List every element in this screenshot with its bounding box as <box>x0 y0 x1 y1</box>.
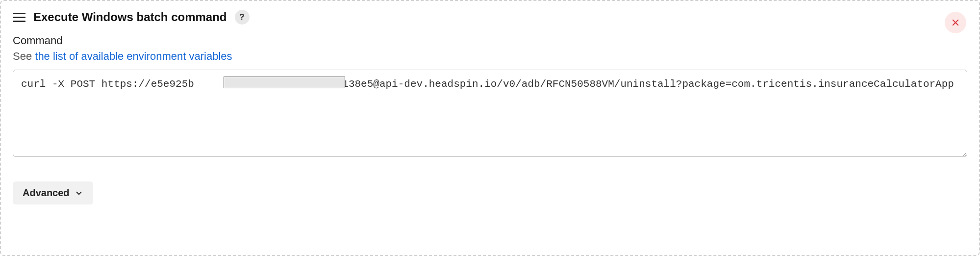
help-prefix: See <box>13 50 35 62</box>
drag-handle-icon[interactable] <box>13 13 25 22</box>
close-icon <box>951 18 960 27</box>
close-button[interactable] <box>945 12 966 33</box>
command-help-text: See the list of available environment va… <box>13 50 967 63</box>
command-label: Command <box>13 34 967 47</box>
advanced-button[interactable]: Advanced <box>13 181 93 205</box>
command-textarea-wrap <box>13 70 967 159</box>
env-variables-link[interactable]: the list of available environment variab… <box>35 50 232 62</box>
step-title: Execute Windows batch command <box>33 10 227 24</box>
build-step-panel: Execute Windows batch command ? Command … <box>0 0 980 256</box>
advanced-label: Advanced <box>23 187 70 199</box>
help-icon[interactable]: ? <box>235 10 250 25</box>
step-header: Execute Windows batch command ? <box>13 10 967 25</box>
command-textarea[interactable] <box>13 70 967 157</box>
chevron-down-icon <box>75 189 83 198</box>
